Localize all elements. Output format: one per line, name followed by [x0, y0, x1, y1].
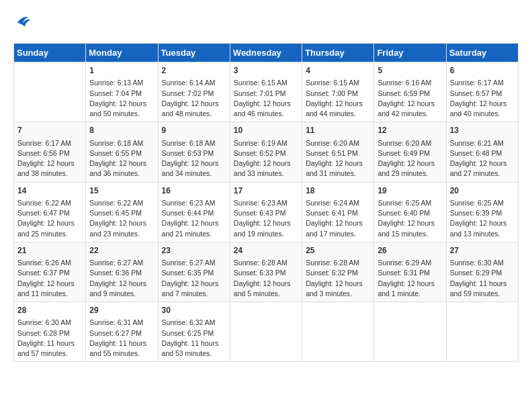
logo-bird-icon [13, 13, 32, 32]
day-content: Sunrise: 6:21 AM Sunset: 6:48 PM Dayligh… [450, 138, 515, 179]
day-content: Sunrise: 6:18 AM Sunset: 6:53 PM Dayligh… [162, 138, 226, 179]
day-content: Sunrise: 6:25 AM Sunset: 6:39 PM Dayligh… [450, 198, 515, 239]
day-number: 18 [306, 185, 370, 197]
day-number: 29 [89, 305, 154, 316]
header-cell-tuesday: Tuesday [158, 44, 230, 62]
day-cell [230, 302, 302, 362]
day-cell: 18Sunrise: 6:24 AM Sunset: 6:41 PM Dayli… [302, 182, 374, 242]
day-cell: 4Sunrise: 6:15 AM Sunset: 7:00 PM Daylig… [302, 62, 374, 122]
day-content: Sunrise: 6:20 AM Sunset: 6:51 PM Dayligh… [306, 138, 370, 179]
day-cell: 1Sunrise: 6:13 AM Sunset: 7:04 PM Daylig… [86, 62, 158, 122]
day-cell: 25Sunrise: 6:28 AM Sunset: 6:32 PM Dayli… [302, 242, 374, 302]
day-content: Sunrise: 6:24 AM Sunset: 6:41 PM Dayligh… [306, 198, 370, 239]
day-cell: 24Sunrise: 6:28 AM Sunset: 6:33 PM Dayli… [230, 242, 302, 302]
day-cell: 21Sunrise: 6:26 AM Sunset: 6:37 PM Dayli… [14, 242, 86, 302]
day-content: Sunrise: 6:17 AM Sunset: 6:56 PM Dayligh… [17, 138, 82, 179]
day-cell: 20Sunrise: 6:25 AM Sunset: 6:39 PM Dayli… [446, 182, 518, 242]
day-content: Sunrise: 6:30 AM Sunset: 6:28 PM Dayligh… [17, 318, 82, 359]
week-row-2: 7Sunrise: 6:17 AM Sunset: 6:56 PM Daylig… [14, 122, 519, 182]
calendar-table: SundayMondayTuesdayWednesdayThursdayFrid… [13, 43, 519, 362]
day-cell: 7Sunrise: 6:17 AM Sunset: 6:56 PM Daylig… [14, 122, 86, 182]
day-cell [374, 302, 446, 362]
day-cell: 8Sunrise: 6:18 AM Sunset: 6:55 PM Daylig… [86, 122, 158, 182]
day-content: Sunrise: 6:15 AM Sunset: 7:00 PM Dayligh… [306, 78, 370, 119]
day-cell [302, 302, 374, 362]
day-content: Sunrise: 6:27 AM Sunset: 6:36 PM Dayligh… [89, 258, 154, 299]
header-cell-thursday: Thursday [302, 44, 374, 62]
day-content: Sunrise: 6:19 AM Sunset: 6:52 PM Dayligh… [234, 138, 298, 179]
day-content: Sunrise: 6:22 AM Sunset: 6:45 PM Dayligh… [89, 198, 154, 239]
page-header [13, 13, 519, 32]
day-number: 15 [89, 185, 154, 197]
day-number: 22 [89, 245, 154, 257]
day-content: Sunrise: 6:20 AM Sunset: 6:49 PM Dayligh… [378, 138, 442, 179]
week-row-1: 1Sunrise: 6:13 AM Sunset: 7:04 PM Daylig… [14, 62, 519, 122]
day-cell: 26Sunrise: 6:29 AM Sunset: 6:31 PM Dayli… [374, 242, 446, 302]
day-cell: 9Sunrise: 6:18 AM Sunset: 6:53 PM Daylig… [158, 122, 230, 182]
calendar-body: 1Sunrise: 6:13 AM Sunset: 7:04 PM Daylig… [14, 62, 519, 362]
day-number: 28 [17, 305, 82, 316]
header-cell-monday: Monday [86, 44, 158, 62]
day-number: 13 [450, 125, 515, 136]
day-number: 2 [162, 65, 226, 77]
day-cell: 30Sunrise: 6:32 AM Sunset: 6:25 PM Dayli… [158, 302, 230, 362]
day-content: Sunrise: 6:22 AM Sunset: 6:47 PM Dayligh… [17, 198, 82, 239]
day-content: Sunrise: 6:23 AM Sunset: 6:44 PM Dayligh… [162, 198, 226, 239]
day-cell: 22Sunrise: 6:27 AM Sunset: 6:36 PM Dayli… [86, 242, 158, 302]
day-cell: 11Sunrise: 6:20 AM Sunset: 6:51 PM Dayli… [302, 122, 374, 182]
day-content: Sunrise: 6:13 AM Sunset: 7:04 PM Dayligh… [89, 78, 154, 119]
day-content: Sunrise: 6:15 AM Sunset: 7:01 PM Dayligh… [234, 78, 298, 119]
day-content: Sunrise: 6:30 AM Sunset: 6:29 PM Dayligh… [450, 258, 515, 299]
day-cell: 27Sunrise: 6:30 AM Sunset: 6:29 PM Dayli… [446, 242, 518, 302]
day-content: Sunrise: 6:14 AM Sunset: 7:02 PM Dayligh… [162, 78, 226, 119]
day-number: 10 [234, 125, 298, 136]
header-cell-wednesday: Wednesday [230, 44, 302, 62]
day-cell: 10Sunrise: 6:19 AM Sunset: 6:52 PM Dayli… [230, 122, 302, 182]
day-number: 12 [378, 125, 442, 136]
calendar-header: SundayMondayTuesdayWednesdayThursdayFrid… [14, 44, 519, 62]
day-content: Sunrise: 6:28 AM Sunset: 6:32 PM Dayligh… [306, 258, 370, 299]
logo [13, 13, 35, 32]
day-number: 8 [89, 125, 154, 136]
day-content: Sunrise: 6:31 AM Sunset: 6:27 PM Dayligh… [89, 318, 154, 359]
day-cell: 12Sunrise: 6:20 AM Sunset: 6:49 PM Dayli… [374, 122, 446, 182]
day-cell: 29Sunrise: 6:31 AM Sunset: 6:27 PM Dayli… [86, 302, 158, 362]
day-number: 6 [450, 65, 515, 77]
day-number: 16 [162, 185, 226, 197]
day-cell [446, 302, 518, 362]
day-cell: 28Sunrise: 6:30 AM Sunset: 6:28 PM Dayli… [14, 302, 86, 362]
day-cell: 2Sunrise: 6:14 AM Sunset: 7:02 PM Daylig… [158, 62, 230, 122]
day-number: 24 [234, 245, 298, 257]
day-cell: 15Sunrise: 6:22 AM Sunset: 6:45 PM Dayli… [86, 182, 158, 242]
day-number: 5 [378, 65, 442, 77]
day-number: 26 [378, 245, 442, 257]
day-cell [14, 62, 86, 122]
day-number: 30 [162, 305, 226, 316]
day-cell: 6Sunrise: 6:17 AM Sunset: 6:57 PM Daylig… [446, 62, 518, 122]
day-cell: 16Sunrise: 6:23 AM Sunset: 6:44 PM Dayli… [158, 182, 230, 242]
day-number: 25 [306, 245, 370, 257]
day-content: Sunrise: 6:28 AM Sunset: 6:33 PM Dayligh… [234, 258, 298, 299]
day-cell: 17Sunrise: 6:23 AM Sunset: 6:43 PM Dayli… [230, 182, 302, 242]
day-number: 4 [306, 65, 370, 77]
day-number: 7 [17, 125, 82, 136]
week-row-5: 28Sunrise: 6:30 AM Sunset: 6:28 PM Dayli… [14, 302, 519, 362]
day-content: Sunrise: 6:27 AM Sunset: 6:35 PM Dayligh… [162, 258, 226, 299]
day-content: Sunrise: 6:18 AM Sunset: 6:55 PM Dayligh… [89, 138, 154, 179]
day-content: Sunrise: 6:26 AM Sunset: 6:37 PM Dayligh… [17, 258, 82, 299]
header-cell-friday: Friday [374, 44, 446, 62]
day-number: 23 [162, 245, 226, 257]
day-content: Sunrise: 6:23 AM Sunset: 6:43 PM Dayligh… [234, 198, 298, 239]
day-cell: 5Sunrise: 6:16 AM Sunset: 6:59 PM Daylig… [374, 62, 446, 122]
day-number: 27 [450, 245, 515, 257]
header-row: SundayMondayTuesdayWednesdayThursdayFrid… [14, 44, 519, 62]
day-content: Sunrise: 6:29 AM Sunset: 6:31 PM Dayligh… [378, 258, 442, 299]
header-cell-sunday: Sunday [14, 44, 86, 62]
day-cell: 23Sunrise: 6:27 AM Sunset: 6:35 PM Dayli… [158, 242, 230, 302]
day-content: Sunrise: 6:16 AM Sunset: 6:59 PM Dayligh… [378, 78, 442, 119]
day-cell: 13Sunrise: 6:21 AM Sunset: 6:48 PM Dayli… [446, 122, 518, 182]
day-number: 1 [89, 65, 154, 77]
day-number: 11 [306, 125, 370, 136]
day-number: 9 [162, 125, 226, 136]
day-number: 17 [234, 185, 298, 197]
